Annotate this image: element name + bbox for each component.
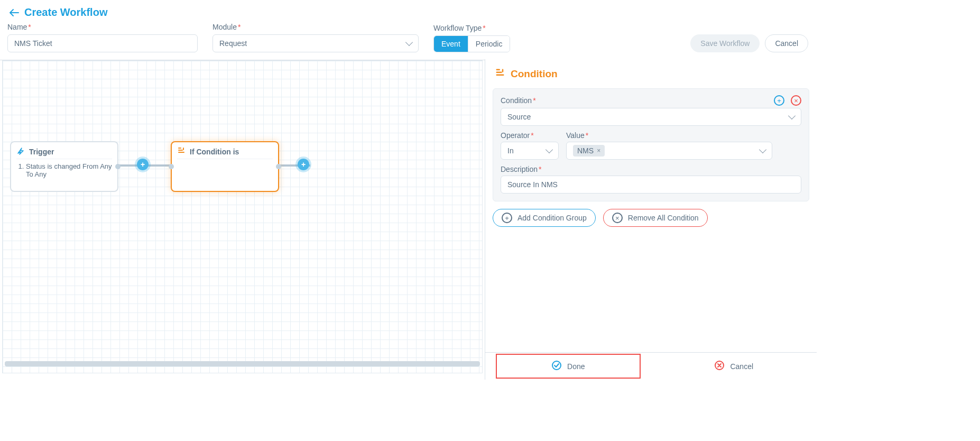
workflow-type-event[interactable]: Event [434, 36, 468, 52]
add-condition-icon[interactable]: + [774, 95, 784, 106]
check-circle-icon [551, 360, 562, 372]
trigger-node[interactable]: Trigger Status is changed From Any To An… [10, 141, 118, 192]
panel-cancel-button[interactable]: Cancel [651, 353, 817, 380]
description-label: Description [501, 165, 538, 173]
add-condition-group-button[interactable]: + Add Condition Group [493, 209, 596, 227]
remove-condition-icon[interactable]: × [791, 95, 801, 106]
trigger-node-title: Trigger [29, 148, 54, 156]
cancel-button[interactable]: Cancel [765, 34, 808, 52]
workflow-type-label: Workflow Type* [433, 24, 510, 32]
condition-node[interactable]: If Condition is [171, 141, 279, 192]
remove-all-condition-button[interactable]: × Remove All Condition [603, 209, 708, 227]
connector-dot[interactable] [276, 164, 281, 169]
condition-node-title: If Condition is [190, 148, 239, 156]
name-label: Name* [7, 23, 198, 31]
condition-icon [177, 146, 186, 157]
x-circle-icon [714, 360, 725, 372]
name-input[interactable]: NMS Ticket [7, 34, 198, 52]
svg-point-0 [552, 361, 561, 370]
condition-field-select[interactable]: Source [501, 108, 801, 126]
back-arrow-icon[interactable] [8, 7, 19, 18]
workflow-type-periodic[interactable]: Periodic [468, 36, 510, 52]
module-label: Module* [212, 23, 419, 31]
trigger-item: Status is changed From Any To Any [26, 162, 112, 178]
add-node-button[interactable]: + [298, 159, 309, 170]
operator-label: Operator [501, 131, 530, 140]
add-node-button[interactable]: + [137, 159, 149, 170]
x-circle-icon: × [612, 213, 623, 223]
chevron-down-icon [405, 39, 413, 46]
remove-tag-icon[interactable]: × [597, 147, 600, 154]
connector-dot[interactable] [169, 164, 174, 169]
done-button[interactable]: Done [485, 353, 651, 380]
value-label: Value [566, 131, 585, 140]
module-select[interactable]: Request [212, 34, 419, 52]
connector-dot[interactable] [115, 164, 121, 169]
sparkle-icon [16, 146, 25, 157]
condition-group: Condition* + × Source Operator* In [493, 88, 809, 201]
plus-circle-icon: + [502, 213, 512, 223]
chevron-down-icon [759, 146, 766, 153]
workflow-type-toggle: Event Periodic [433, 35, 510, 52]
chevron-down-icon [546, 146, 553, 153]
value-multiselect[interactable]: NMS × [566, 142, 772, 160]
panel-title: Condition [511, 68, 558, 80]
value-tag: NMS × [573, 145, 605, 157]
condition-icon [495, 68, 505, 80]
condition-field-label: Condition [501, 96, 532, 105]
workflow-canvas[interactable]: + + Trigger Status is changed From Any T… [2, 60, 483, 373]
chevron-down-icon [788, 112, 796, 120]
canvas-scrollbar[interactable] [5, 361, 480, 366]
description-input[interactable]: Source In NMS [501, 176, 801, 194]
save-workflow-button[interactable]: Save Workflow [690, 34, 760, 52]
condition-panel: Condition Condition* + × Source Operato [485, 59, 817, 380]
operator-select[interactable]: In [501, 142, 559, 160]
page-title: Create Workflow [24, 6, 107, 19]
